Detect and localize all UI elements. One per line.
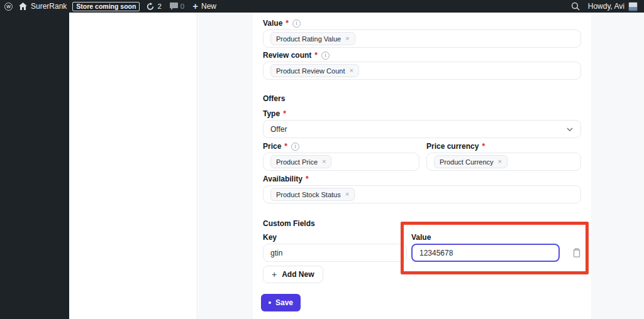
site-name: SurerRank — [31, 2, 67, 11]
site-name-link[interactable]: SurerRank — [31, 0, 67, 13]
price-currency-field-label: Price currency * — [426, 142, 581, 151]
plus-icon: + — [272, 269, 277, 279]
wordpress-logo-icon[interactable]: W — [4, 0, 13, 13]
new-label: New — [201, 2, 216, 11]
howdy-text: Howdy, Avi — [588, 2, 625, 11]
unsaved-dot-icon — [269, 301, 271, 304]
comment-count: 0 — [180, 3, 184, 10]
custom-fields-row — [263, 244, 581, 262]
price-row-labels: Price * i Price currency * — [263, 142, 581, 151]
comment-icon — [170, 3, 178, 10]
value-field-input[interactable]: Product Rating Value × — [263, 30, 581, 48]
avatar — [628, 2, 638, 11]
trash-icon — [572, 248, 581, 257]
type-select-value: Offer — [270, 125, 287, 134]
availability-tag: Product Stock Status × — [270, 188, 355, 201]
settings-sidebar-panel — [69, 13, 197, 319]
updates-menu[interactable]: 2 — [146, 0, 161, 13]
offers-heading: Offers — [263, 94, 581, 103]
update-icon — [146, 3, 155, 11]
info-icon[interactable]: i — [321, 51, 330, 60]
wp-admin-menu-collapsed — [0, 13, 69, 319]
review-count-tag: Product Review Count × — [270, 64, 359, 77]
custom-fields-heading: Custom Fields — [263, 219, 581, 228]
review-count-field-input[interactable]: Product Review Count × — [263, 62, 581, 80]
availability-field-input[interactable]: Product Stock Status × — [263, 185, 581, 203]
review-count-field-label: Review count * i — [263, 51, 581, 60]
comments-menu[interactable]: 0 — [170, 0, 184, 13]
wp-admin-bar: W SurerRank Store coming soon 2 0 + New … — [0, 0, 644, 13]
type-field-label: Type * — [263, 109, 581, 118]
store-coming-soon-badge[interactable]: Store coming soon — [72, 2, 140, 11]
price-field-label: Price * i — [263, 142, 419, 151]
type-select[interactable]: Offer — [263, 120, 581, 138]
my-account-menu[interactable]: Howdy, Avi — [588, 0, 638, 13]
update-count: 2 — [157, 3, 161, 10]
search-icon[interactable] — [571, 0, 580, 13]
chevron-down-icon — [566, 126, 574, 133]
delete-row-button[interactable] — [572, 248, 581, 257]
key-field-input[interactable] — [263, 244, 407, 262]
price-tag: Product Price × — [270, 155, 331, 168]
info-icon[interactable]: i — [291, 143, 299, 151]
plus-icon: + — [192, 2, 198, 11]
home-icon[interactable] — [19, 0, 27, 13]
price-currency-field-input[interactable]: Product Currency × — [426, 153, 581, 171]
new-content-menu[interactable]: + New — [192, 0, 216, 13]
custom-value-field-input[interactable] — [411, 244, 560, 262]
remove-tag-icon[interactable]: × — [322, 158, 326, 165]
remove-tag-icon[interactable]: × — [349, 67, 353, 74]
save-button[interactable]: Save — [261, 294, 301, 311]
key-field-label: Key — [263, 233, 407, 242]
remove-tag-icon[interactable]: × — [345, 35, 349, 42]
custom-fields-labels: Key Value — [263, 233, 581, 242]
price-field-input[interactable]: Product Price × — [263, 153, 419, 171]
info-icon[interactable]: i — [292, 19, 301, 28]
schema-settings-card: Value * i Product Rating Value × Review … — [253, 13, 591, 319]
custom-value-field-label: Value — [411, 233, 560, 242]
remove-tag-icon[interactable]: × — [498, 158, 502, 165]
add-new-button[interactable]: + Add New — [263, 266, 323, 283]
value-tag: Product Rating Value × — [270, 32, 355, 45]
value-field-label: Value * i — [263, 19, 581, 28]
price-currency-tag: Product Currency × — [434, 155, 508, 168]
price-row-inputs: Product Price × Product Currency × — [263, 153, 581, 171]
remove-tag-icon[interactable]: × — [345, 191, 349, 198]
availability-field-label: Availability * — [263, 175, 581, 183]
